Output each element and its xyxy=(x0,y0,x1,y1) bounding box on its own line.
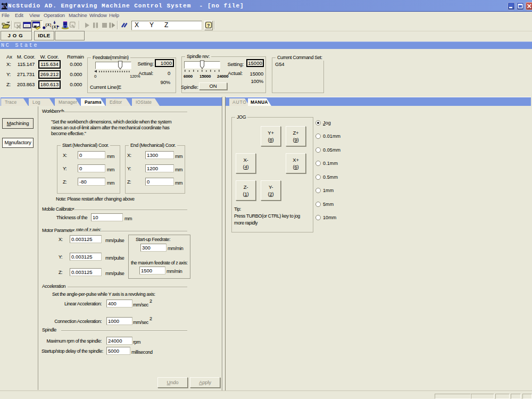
svg-text:?: ? xyxy=(207,23,210,28)
svg-text:(X): (X) xyxy=(45,23,52,27)
